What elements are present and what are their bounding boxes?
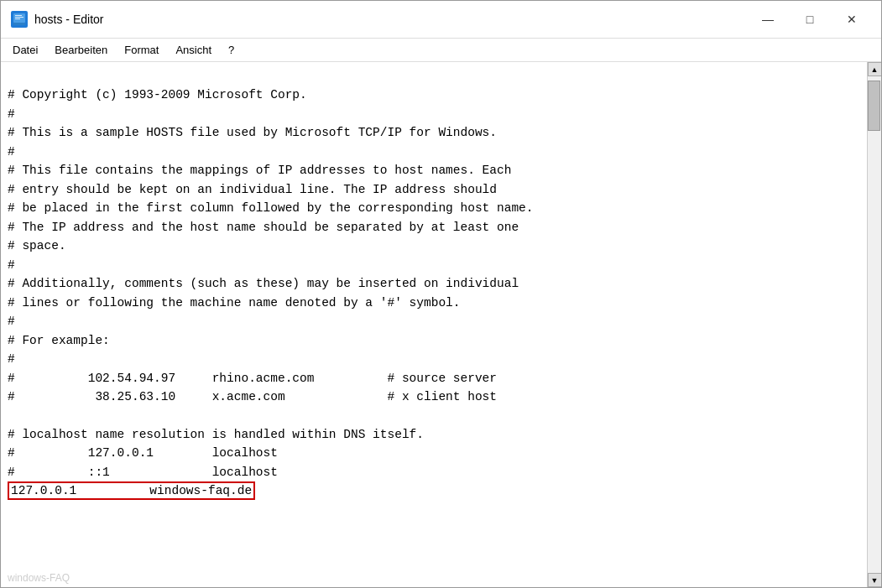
editor-content[interactable]: # Copyright (c) 1993-2009 Microsoft Corp… <box>1 62 867 587</box>
window-controls: — □ ✕ <box>749 8 871 31</box>
close-button[interactable]: ✕ <box>832 8 871 31</box>
maximize-button[interactable]: □ <box>791 8 829 31</box>
svg-rect-3 <box>15 17 23 18</box>
line-14: # For example: <box>8 334 110 347</box>
line-1: # Copyright (c) 1993-2009 Microsoft Corp… <box>8 88 307 101</box>
line-15: # <box>8 352 15 366</box>
watermark: windows-FAQ <box>8 572 70 584</box>
line-11: # Additionally, comments (such as these)… <box>8 277 519 290</box>
line-2: # <box>8 107 15 121</box>
main-window: hosts - Editor — □ ✕ Datei Bearbeiten Fo… <box>0 0 882 588</box>
menu-ansicht[interactable]: Ansicht <box>167 40 220 60</box>
editor-area: # Copyright (c) 1993-2009 Microsoft Corp… <box>1 62 881 587</box>
line-blank: # localhost name resolution is handled w… <box>8 428 424 441</box>
scroll-down-button[interactable]: ▼ <box>868 573 882 587</box>
menu-bar: Datei Bearbeiten Format Ansicht ? <box>1 39 881 62</box>
svg-rect-1 <box>13 23 25 25</box>
menu-help[interactable]: ? <box>220 40 243 60</box>
svg-rect-2 <box>15 15 22 16</box>
title-bar: hosts - Editor — □ ✕ <box>1 1 881 39</box>
window-title: hosts - Editor <box>34 13 103 26</box>
line-3: # This is a sample HOSTS file used by Mi… <box>8 126 497 139</box>
line-16: # 102.54.94.97 rhino.acme.com # source s… <box>8 372 497 385</box>
line-12: # lines or following the machine name de… <box>8 296 461 310</box>
menu-format[interactable]: Format <box>116 40 167 60</box>
scroll-track <box>868 76 881 573</box>
highlighted-entry-line: 127.0.0.1 windows-faq.de <box>8 481 255 500</box>
menu-datei[interactable]: Datei <box>4 40 46 60</box>
scroll-up-button[interactable]: ▲ <box>868 62 882 76</box>
scrollbar: ▲ ▼ <box>867 62 881 587</box>
svg-rect-4 <box>15 18 20 19</box>
line-6: # entry should be kept on an individual … <box>8 183 497 196</box>
line-5: # This file contains the mappings of IP … <box>8 164 511 177</box>
line-4: # <box>8 145 15 159</box>
line-17: # 38.25.63.10 x.acme.com # x client host <box>8 390 497 403</box>
line-19: # 127.0.0.1 localhost <box>8 446 278 460</box>
line-7: # be placed in the first column followed… <box>8 201 534 215</box>
line-13: # <box>8 315 15 328</box>
line-10: # <box>8 258 15 272</box>
line-20: # ::1 localhost <box>8 466 278 479</box>
minimize-button[interactable]: — <box>749 8 787 31</box>
line-9: # space. <box>8 239 66 252</box>
app-icon <box>11 11 28 28</box>
title-bar-left: hosts - Editor <box>11 11 103 28</box>
menu-bearbeiten[interactable]: Bearbeiten <box>46 40 116 60</box>
scroll-thumb[interactable] <box>868 81 880 131</box>
svg-rect-0 <box>13 13 25 23</box>
line-8: # The IP address and the host name shoul… <box>8 221 519 234</box>
